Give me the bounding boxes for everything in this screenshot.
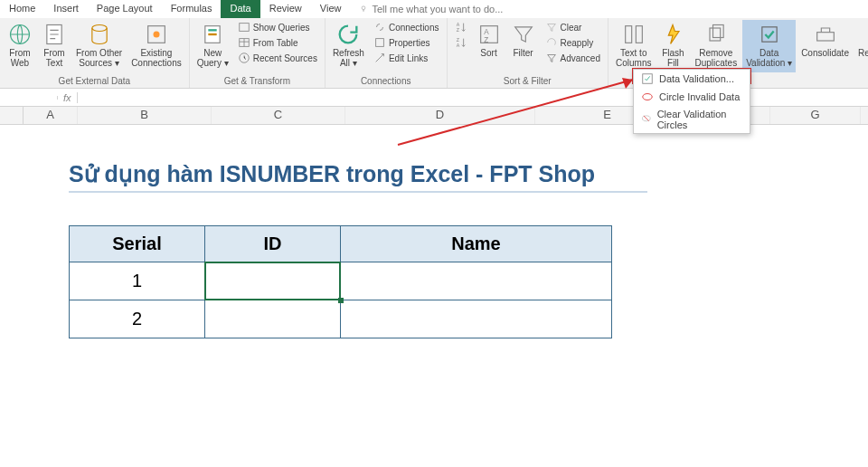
table-icon xyxy=(238,36,250,49)
group-label-external-data: Get External Data xyxy=(4,75,185,88)
select-all-corner[interactable] xyxy=(0,107,24,124)
svg-text:Z: Z xyxy=(456,27,459,33)
remove-dup-icon xyxy=(703,22,729,47)
group-label-sort-filter: Sort & Filter xyxy=(451,75,604,88)
refresh-icon xyxy=(335,22,361,47)
th-id[interactable]: ID xyxy=(205,226,341,262)
svg-point-5 xyxy=(153,32,159,38)
edit-links-icon xyxy=(373,52,386,64)
col-head-g[interactable]: G xyxy=(770,107,861,124)
new-query-button[interactable]: New Query ▾ xyxy=(193,20,232,72)
filter-button[interactable]: Filter xyxy=(507,20,540,72)
svg-rect-21 xyxy=(636,26,642,43)
queries-icon xyxy=(238,21,250,33)
flash-fill-icon xyxy=(660,22,685,47)
recent-sources-button[interactable]: Recent Sources xyxy=(234,51,321,65)
tab-review[interactable]: Review xyxy=(260,0,311,18)
tab-page-layout[interactable]: Page Layout xyxy=(88,0,162,18)
th-serial[interactable]: Serial xyxy=(70,226,205,262)
text-file-icon xyxy=(42,22,67,47)
sort-button[interactable]: AZSort xyxy=(473,20,505,72)
existing-connections-button[interactable]: Existing Connections xyxy=(127,20,185,72)
group-label-connections: Connections xyxy=(329,75,443,88)
col-head-a[interactable]: A xyxy=(24,107,78,124)
properties-icon xyxy=(373,36,386,49)
recent-icon xyxy=(238,52,250,64)
advanced-filter-button[interactable]: Advanced xyxy=(542,51,604,65)
svg-rect-23 xyxy=(712,25,723,38)
properties-button[interactable]: Properties xyxy=(370,35,443,50)
svg-rect-12 xyxy=(376,39,384,47)
from-table-button[interactable]: From Table xyxy=(234,35,321,50)
cell-id-2[interactable] xyxy=(205,300,341,338)
text-columns-icon xyxy=(621,22,646,47)
col-head-d[interactable]: D xyxy=(345,107,535,124)
tab-formulas[interactable]: Formulas xyxy=(162,0,222,18)
svg-rect-9 xyxy=(239,24,249,32)
svg-point-0 xyxy=(363,6,366,10)
page-title: Sử dụng hàm ISNUMBER trong Excel - FPT S… xyxy=(69,161,647,193)
tab-data[interactable]: Data xyxy=(221,0,259,18)
edit-links-button[interactable]: Edit Links xyxy=(370,51,443,65)
consolidate-button[interactable]: Consolidate xyxy=(797,20,853,72)
data-validation-menu: Data Validation... Circle Invalid Data C… xyxy=(633,69,750,134)
cell-name-2[interactable] xyxy=(341,300,612,338)
globe-icon xyxy=(7,22,33,47)
connections-button[interactable]: Connections xyxy=(370,20,443,34)
advanced-icon xyxy=(545,52,558,64)
from-other-sources-button[interactable]: From Other Sources ▾ xyxy=(72,20,126,72)
database-icon xyxy=(87,22,112,47)
relationships-button[interactable]: Relationships xyxy=(854,20,868,72)
sort-az-button[interactable]: AZ xyxy=(451,20,471,34)
circle-invalid-icon xyxy=(641,91,654,103)
tell-me-search[interactable]: Tell me what you want to do... xyxy=(350,0,512,18)
svg-rect-8 xyxy=(209,33,217,35)
svg-rect-24 xyxy=(761,27,776,42)
flash-fill-button[interactable]: Flash Fill xyxy=(656,20,689,72)
fill-handle[interactable] xyxy=(338,298,344,303)
svg-rect-20 xyxy=(625,26,631,43)
cell-id-1[interactable] xyxy=(205,262,341,300)
filter-icon xyxy=(511,22,536,47)
consolidate-icon xyxy=(813,22,838,47)
data-table: Serial ID Name 1 2 xyxy=(69,225,612,338)
text-to-columns-button[interactable]: Text to Columns xyxy=(612,20,655,72)
remove-duplicates-button[interactable]: Remove Duplicates xyxy=(691,20,741,72)
svg-text:Z: Z xyxy=(456,37,459,43)
menu-data-validation[interactable]: Data Validation... xyxy=(634,70,750,88)
worksheet-area[interactable]: Sử dụng hàm ISNUMBER trong Excel - FPT S… xyxy=(0,125,868,338)
menu-circle-invalid[interactable]: Circle Invalid Data xyxy=(634,88,750,106)
refresh-all-button[interactable]: Refresh All ▾ xyxy=(329,20,368,72)
sort-icon: AZ xyxy=(476,22,502,47)
svg-point-3 xyxy=(91,25,106,32)
tab-view[interactable]: View xyxy=(311,0,351,18)
sort-za-button[interactable]: ZA xyxy=(451,35,471,50)
cell-name-1[interactable] xyxy=(341,262,612,300)
name-box[interactable] xyxy=(0,96,58,100)
tab-insert[interactable]: Insert xyxy=(44,0,88,18)
link-icon xyxy=(373,21,386,33)
reapply-icon xyxy=(545,36,558,49)
ribbon-tabs: Home Insert Page Layout Formulas Data Re… xyxy=(0,0,868,18)
menu-clear-circles[interactable]: Clear Validation Circles xyxy=(634,106,750,133)
from-text-button[interactable]: From Text xyxy=(38,20,71,72)
svg-point-33 xyxy=(643,94,653,100)
svg-text:Z: Z xyxy=(484,36,488,44)
reapply-button[interactable]: Reapply xyxy=(542,35,604,50)
from-web-button[interactable]: From Web xyxy=(4,20,36,72)
svg-rect-7 xyxy=(209,29,217,31)
tab-home[interactable]: Home xyxy=(0,0,44,18)
col-head-b[interactable]: B xyxy=(78,107,212,124)
sort-az-icon: AZ xyxy=(455,21,467,33)
clear-filter-button[interactable]: Clear xyxy=(542,20,604,34)
show-queries-button[interactable]: Show Queries xyxy=(234,20,321,34)
connection-icon xyxy=(144,22,169,47)
cell-serial-1[interactable]: 1 xyxy=(70,262,205,300)
svg-text:A: A xyxy=(456,43,459,48)
sort-za-icon: ZA xyxy=(455,36,467,49)
col-head-c[interactable]: C xyxy=(212,107,345,124)
fx-label[interactable]: fx xyxy=(58,92,78,103)
data-validation-button[interactable]: Data Validation ▾ xyxy=(742,20,796,72)
cell-serial-2[interactable]: 2 xyxy=(70,300,205,338)
th-name[interactable]: Name xyxy=(341,226,612,262)
